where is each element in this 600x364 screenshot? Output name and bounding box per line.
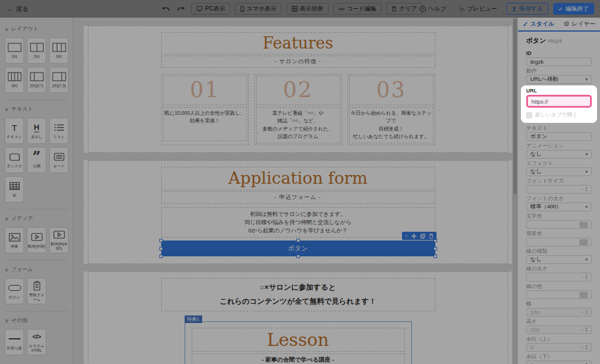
selection-handle[interactable] <box>296 255 300 258</box>
border-type-select[interactable]: なし ▾ <box>526 255 592 264</box>
minus-icon[interactable]: - <box>582 345 584 350</box>
section-benefits[interactable]: ○×サロンに参加すると これらのコンテンツが全て無料で見られます！ 特典1 Le… <box>84 272 512 364</box>
tile-2col-37[interactable]: 2列(3:7) <box>27 67 46 93</box>
text-color-input[interactable] <box>526 220 592 229</box>
feature-column-3[interactable]: 03 今日から始められる、簡単なステップで 目標達成！ 忙しいあなたでも続けられ… <box>347 74 435 145</box>
minus-icon[interactable]: - <box>582 327 584 332</box>
features-subtitle[interactable]: - サロンの特徴 - <box>161 56 435 68</box>
list-icon <box>54 122 64 133</box>
stepper-icon[interactable]: ▲▼ <box>585 274 588 280</box>
back-button[interactable]: ← 戻る <box>7 0 29 18</box>
tile-2col-73[interactable]: 2列(7:3) <box>49 67 69 93</box>
redo-button[interactable] <box>176 6 186 12</box>
tile-quote[interactable]: ” 引用 <box>27 147 46 173</box>
feature-text[interactable]: 既に10,000人以上の女性が実践し、 効果を実感！ <box>163 107 247 141</box>
tile-divider[interactable]: 区切り線 <box>5 329 24 355</box>
margin-bottom-input[interactable]: 0 - ▲▼ <box>526 360 592 364</box>
duplicate-icon[interactable] <box>420 233 425 239</box>
benefits-text[interactable]: ○×サロンに参加すると これらのコンテンツが全て無料で見られます！ <box>161 278 435 311</box>
font-weight-select[interactable]: 標準（400） ▾ <box>526 202 592 211</box>
color-swatch[interactable] <box>579 239 588 245</box>
tile-3col[interactable]: 3列 <box>49 37 69 64</box>
canvas-scrollbar[interactable] <box>513 18 517 364</box>
minus-icon[interactable]: - <box>582 310 584 315</box>
section-application[interactable]: Application form - 申込フォーム - 初回は無料でサロンに参加… <box>84 160 512 265</box>
features-title[interactable]: Features <box>161 32 435 54</box>
move-icon[interactable] <box>411 233 417 239</box>
feature-number[interactable]: 03 <box>349 75 434 105</box>
selection-handle[interactable] <box>159 247 163 250</box>
preview-button[interactable]: ▷ プレビュー <box>456 3 502 15</box>
minus-icon[interactable]: - <box>582 274 584 280</box>
feature-column-2[interactable]: 02 某テレビ番組「○○」や 雑誌「○○」など、 多数のメディアで紹介された、 … <box>254 74 342 145</box>
button-text-field[interactable] <box>526 132 592 141</box>
tab-style[interactable]: スタイル <box>518 18 559 30</box>
tile-box[interactable]: ボックス <box>5 147 24 173</box>
tile-heading[interactable]: H 見出し <box>27 118 46 144</box>
selection-handle[interactable] <box>434 255 437 258</box>
url-field[interactable] <box>526 95 592 108</box>
margin-top-input[interactable]: 0 - ▲▼ <box>526 343 592 352</box>
new-tab-checkbox[interactable] <box>526 112 532 118</box>
save-button[interactable]: 保存する <box>506 3 548 15</box>
feature-text[interactable]: 今日から始められる、簡単なステップで 目標達成！ 忙しいあなたでも続けられます。 <box>349 107 434 143</box>
tile-register-form[interactable]: 登録フォーム <box>27 278 46 304</box>
selection-handle[interactable] <box>296 239 300 242</box>
tile-1col[interactable]: 1列 <box>5 37 24 64</box>
animation-select[interactable]: なし ▾ <box>526 150 592 159</box>
tile-button[interactable]: ボタン <box>5 278 24 304</box>
bg-color-input[interactable] <box>526 238 592 246</box>
scrollbar-thumb[interactable] <box>513 19 517 194</box>
selection-handle[interactable] <box>434 247 437 250</box>
action-select[interactable]: URLへ移動 ▾ <box>526 75 592 84</box>
lesson-card[interactable]: 特典1 Lesson - 家事の合間で学べる講座 - 家事の合間にできる！ スキ… <box>185 321 412 364</box>
application-title[interactable]: Application form <box>161 167 435 190</box>
tab-layer[interactable]: レイヤー <box>559 18 600 30</box>
selection-handle[interactable] <box>159 239 163 242</box>
tile-custom-html[interactable]: </> カスタムHTML <box>27 329 46 355</box>
tile-video-external[interactable]: 動画(外部) <box>27 227 46 253</box>
stepper-icon[interactable]: ▲▼ <box>585 327 588 332</box>
border-color-input[interactable] <box>526 290 592 299</box>
tile-table[interactable]: 表 <box>5 176 24 202</box>
tile-list[interactable]: リスト <box>49 118 69 144</box>
code-edit-button[interactable]: </> コード編集 <box>333 3 382 15</box>
finish-edit-button[interactable]: ✓ 編集終了 <box>553 3 594 15</box>
color-swatch[interactable] <box>579 222 588 228</box>
application-subtitle[interactable]: - 申込フォーム - <box>161 191 435 204</box>
feature-number[interactable]: 01 <box>163 75 247 105</box>
id-field[interactable] <box>526 57 592 66</box>
application-body[interactable]: 初回は無料でサロンに参加できます。 同じ目標や悩みを持つ仲間と交流しながら 0か… <box>161 207 435 238</box>
tile-text[interactable]: T テキスト <box>5 118 24 144</box>
tile-2col[interactable]: 2列 <box>27 37 46 64</box>
pc-view-button[interactable]: PC表示 <box>191 3 230 15</box>
tile-4col[interactable]: 4列 <box>5 67 24 93</box>
undo-button[interactable] <box>161 6 171 12</box>
stepper-icon[interactable]: ▲▼ <box>585 345 588 350</box>
feature-text[interactable]: 某テレビ番組「○○」や 雑誌「○○」など、 多数のメディアで紹介された、 話題の… <box>256 107 340 143</box>
width-input[interactable]: 100 - ▲▼ <box>526 308 592 317</box>
height-input[interactable]: 100 - ▲▼ <box>526 325 592 334</box>
minus-icon[interactable]: - <box>582 187 584 192</box>
mobile-view-button[interactable]: スマホ表示 <box>235 3 282 15</box>
tile-video-myasp[interactable]: 動画(MyASP) <box>49 227 69 253</box>
lesson-title[interactable]: Lesson <box>192 328 405 352</box>
feature-column-1[interactable]: 01 既に10,000人以上の女性が実践し、 効果を実感！ <box>161 74 249 145</box>
tile-card[interactable]: カード <box>49 147 69 173</box>
move-up-icon[interactable]: ↑ <box>405 233 408 239</box>
stepper-icon[interactable]: ▲▼ <box>585 187 588 192</box>
tile-image[interactable]: 画像 <box>5 227 24 253</box>
border-width-input[interactable]: - ▲▼ <box>526 273 592 281</box>
color-swatch[interactable] <box>579 292 588 298</box>
selection-handle[interactable] <box>159 255 163 258</box>
help-button[interactable]: ? ヘルプ <box>415 3 451 15</box>
canvas-button[interactable]: ボタン <box>161 241 435 256</box>
toggle-view-button[interactable]: 表示切替 <box>287 3 329 15</box>
effect-select[interactable]: なし ▾ <box>526 167 592 176</box>
stepper-icon[interactable]: ▲▼ <box>585 310 588 315</box>
lesson-subtitle[interactable]: - 家事の合間で学べる講座 - <box>192 353 405 364</box>
font-size-input[interactable]: - ▲▼ <box>526 185 592 194</box>
feature-number[interactable]: 02 <box>256 75 340 105</box>
delete-icon[interactable] <box>429 233 434 239</box>
section-features[interactable]: Features - サロンの特徴 - 01 既に10,000人以上の女性が実践… <box>84 26 512 153</box>
